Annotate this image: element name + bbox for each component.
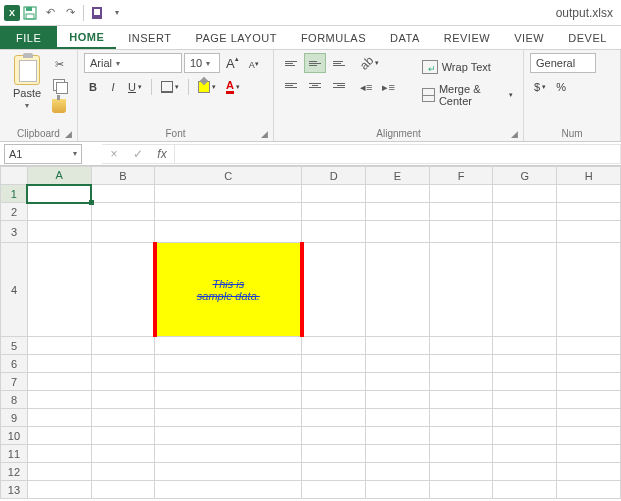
row-header[interactable]: 4	[1, 243, 28, 337]
cell[interactable]	[155, 463, 302, 481]
row-header[interactable]: 1	[1, 185, 28, 203]
format-painter-button[interactable]	[50, 97, 68, 115]
font-size-combo[interactable]: 10▾	[184, 53, 220, 73]
align-top-button[interactable]	[280, 53, 302, 73]
cell[interactable]	[91, 373, 155, 391]
cancel-formula-button[interactable]: ×	[102, 145, 126, 163]
cell[interactable]	[155, 221, 302, 243]
cell[interactable]	[155, 203, 302, 221]
tab-page-layout[interactable]: PAGE LAYOUT	[183, 26, 289, 49]
cell[interactable]	[302, 203, 366, 221]
cell[interactable]	[557, 185, 621, 203]
percent-format-button[interactable]: %	[552, 77, 570, 97]
cell[interactable]	[493, 221, 557, 243]
shrink-font-button[interactable]: A▾	[245, 53, 263, 73]
cell[interactable]	[302, 355, 366, 373]
row-header[interactable]: 10	[1, 427, 28, 445]
fx-icon[interactable]: fx	[150, 145, 174, 163]
cell[interactable]	[302, 427, 366, 445]
cell[interactable]	[155, 355, 302, 373]
cell[interactable]	[366, 463, 430, 481]
cell[interactable]	[91, 337, 155, 355]
cell[interactable]	[366, 185, 430, 203]
cell[interactable]	[493, 391, 557, 409]
cell[interactable]	[493, 409, 557, 427]
cell[interactable]	[366, 481, 430, 499]
cell[interactable]	[27, 409, 91, 427]
cell[interactable]	[429, 409, 493, 427]
cell[interactable]	[302, 391, 366, 409]
column-header[interactable]: B	[91, 167, 155, 185]
cell[interactable]	[366, 427, 430, 445]
increase-indent-button[interactable]: ▸≡	[378, 77, 398, 97]
qat-redo-icon[interactable]: ↷	[60, 3, 80, 23]
cut-button[interactable]	[50, 55, 68, 73]
align-right-button[interactable]	[328, 75, 350, 95]
cell[interactable]: This is sample data.	[155, 243, 302, 337]
cell[interactable]	[493, 373, 557, 391]
cell[interactable]	[302, 463, 366, 481]
column-header[interactable]: H	[557, 167, 621, 185]
borders-button[interactable]: ▾	[157, 77, 183, 97]
cell[interactable]	[91, 391, 155, 409]
cell[interactable]	[91, 355, 155, 373]
cell[interactable]	[429, 373, 493, 391]
cell[interactable]	[493, 445, 557, 463]
cell[interactable]	[302, 221, 366, 243]
cell[interactable]	[493, 243, 557, 337]
cell[interactable]	[27, 355, 91, 373]
column-header[interactable]: A	[27, 167, 91, 185]
row-header[interactable]: 12	[1, 463, 28, 481]
cell[interactable]	[557, 427, 621, 445]
bold-button[interactable]: B	[84, 77, 102, 97]
align-center-button[interactable]	[304, 75, 326, 95]
cell[interactable]	[493, 481, 557, 499]
cell[interactable]	[429, 221, 493, 243]
tab-file[interactable]: FILE	[0, 26, 57, 49]
grow-font-button[interactable]: A▴	[222, 53, 243, 73]
cell[interactable]	[155, 185, 302, 203]
cell[interactable]	[302, 243, 366, 337]
qat-save-icon[interactable]	[20, 3, 40, 23]
fill-color-button[interactable]: ▾	[194, 77, 220, 97]
cell[interactable]	[366, 445, 430, 463]
row-header[interactable]: 3	[1, 221, 28, 243]
row-header[interactable]: 8	[1, 391, 28, 409]
cell[interactable]	[366, 337, 430, 355]
formula-input[interactable]	[175, 144, 621, 164]
cell[interactable]	[557, 391, 621, 409]
cell[interactable]	[155, 391, 302, 409]
tab-data[interactable]: DATA	[378, 26, 432, 49]
cell[interactable]	[366, 391, 430, 409]
orientation-button[interactable]: ab▾	[356, 53, 383, 73]
cell[interactable]	[27, 463, 91, 481]
cell[interactable]	[91, 463, 155, 481]
cell[interactable]	[302, 445, 366, 463]
cell[interactable]	[27, 221, 91, 243]
dialog-launcher-icon[interactable]: ◢	[63, 129, 73, 139]
row-header[interactable]: 6	[1, 355, 28, 373]
cell[interactable]	[557, 481, 621, 499]
row-header[interactable]: 5	[1, 337, 28, 355]
cell[interactable]	[91, 481, 155, 499]
cell[interactable]	[27, 427, 91, 445]
cell[interactable]	[27, 391, 91, 409]
column-header[interactable]: E	[366, 167, 430, 185]
cell[interactable]	[429, 481, 493, 499]
paste-button[interactable]: Paste ▾	[6, 53, 48, 110]
align-middle-button[interactable]	[304, 53, 326, 73]
cell[interactable]	[557, 445, 621, 463]
cell[interactable]	[91, 221, 155, 243]
tab-developer[interactable]: DEVEL	[556, 26, 619, 49]
tab-formulas[interactable]: FORMULAS	[289, 26, 378, 49]
wrap-text-button[interactable]: Wrap Text	[418, 53, 517, 81]
decrease-indent-button[interactable]: ◂≡	[356, 77, 376, 97]
cell[interactable]	[366, 355, 430, 373]
column-header[interactable]: G	[493, 167, 557, 185]
column-header[interactable]: F	[429, 167, 493, 185]
dialog-launcher-icon[interactable]: ◢	[509, 129, 519, 139]
cell[interactable]	[557, 337, 621, 355]
select-all-corner[interactable]	[1, 167, 28, 185]
cell[interactable]	[557, 243, 621, 337]
cell[interactable]	[557, 463, 621, 481]
